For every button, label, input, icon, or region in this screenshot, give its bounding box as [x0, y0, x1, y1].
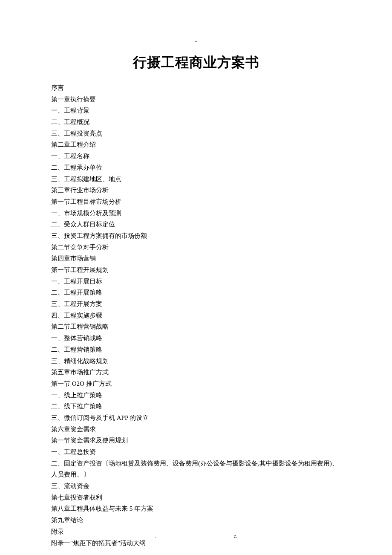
toc-line: 一、整体营销战略 [51, 332, 341, 344]
top-marker: - [51, 38, 341, 45]
toc-line: 第一章执行摘要 [51, 94, 341, 105]
toc-line: 第四章市场营销 [51, 253, 341, 264]
toc-line: 第一节资金需求及使用规划 [51, 435, 341, 446]
toc-line: 一、工程总投资 [51, 446, 341, 458]
toc-line: 四、工程实施步骤 [51, 310, 341, 321]
toc-line: 二、工程开展策略 [51, 287, 341, 298]
toc-line: 序言 [51, 82, 341, 94]
toc-line: 第一节工程目标市场分析 [51, 196, 341, 208]
toc-line: 一、市场规模分析及预测 [51, 208, 341, 219]
toc-line: 第二章工程介绍 [51, 139, 341, 150]
toc-line: 第五章市场推广方式 [51, 367, 341, 378]
toc-line: 第一节工程开展规划 [51, 264, 341, 276]
toc-line: 二、线下推广策略 [51, 401, 341, 412]
toc-line: 一、工程开展目标 [51, 276, 341, 287]
toc-line: 第二节工程营销战略 [51, 321, 341, 332]
toc-line: 二、固定资产投资〔场地租赁及装饰费用、设备费用(办公设备与摄影设备,其中摄影设备… [51, 458, 341, 480]
footer-right: z. [234, 533, 237, 540]
toc-line: 一、线上推广策略 [51, 390, 341, 401]
table-of-contents: 序言第一章执行摘要一、工程背景二、工程概况三、工程投资亮点第二章工程介绍一、工程… [51, 82, 341, 549]
toc-line: 二、工程营销策略 [51, 344, 341, 356]
page-footer: . z. [0, 533, 392, 540]
toc-line: 第二节竞争对手分析 [51, 242, 341, 253]
toc-line: 第九章结论 [51, 515, 341, 526]
toc-line: 二、工程概况 [51, 116, 341, 128]
toc-line: 二、工程承办单位 [51, 162, 341, 173]
document-title: 行摄工程商业方案书 [51, 53, 341, 72]
toc-line: 三、微信订阅号及手机 APP 的设立 [51, 412, 341, 424]
toc-line: 三、投资工程方案拥有的市场份额 [51, 230, 341, 242]
document-page: - 行摄工程商业方案书 序言第一章执行摘要一、工程背景二、工程概况三、工程投资亮… [0, 0, 392, 555]
toc-line: 二、受众人群目标定位 [51, 219, 341, 230]
toc-line: 三、工程拟建地区、地点 [51, 173, 341, 185]
toc-line: 第三章行业市场分析 [51, 185, 341, 196]
toc-line: 第六章资金需求 [51, 424, 341, 435]
toc-line: 三、工程开展方案 [51, 298, 341, 310]
toc-line: 第七章投资者权利 [51, 492, 341, 503]
toc-line: 第八章工程具体收益与未来 5 年方案 [51, 503, 341, 515]
toc-line: 三、流动资金 [51, 480, 341, 492]
toc-line: 三、精细化战略规划 [51, 356, 341, 367]
toc-line: 一、工程背景 [51, 105, 341, 116]
toc-line: 三、工程投资亮点 [51, 128, 341, 139]
toc-line: 一、工程名称 [51, 150, 341, 162]
toc-line: 第一节 O2O 推广方式 [51, 378, 341, 390]
footer-left: . [155, 533, 156, 540]
